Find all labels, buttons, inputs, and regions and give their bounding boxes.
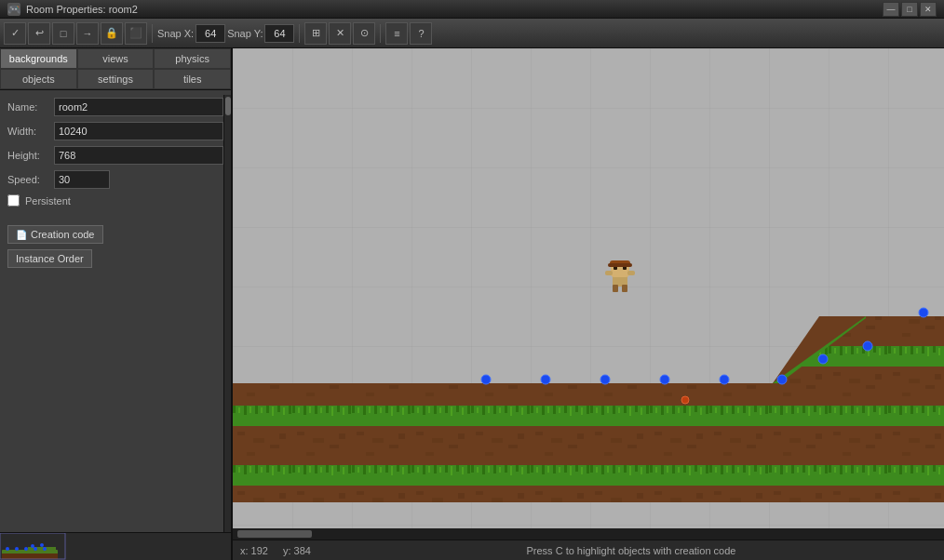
close-button[interactable]: ✕: [920, 2, 937, 17]
toolbar-new-button[interactable]: □: [52, 22, 74, 45]
height-input[interactable]: [54, 146, 223, 165]
svg-point-8: [43, 547, 47, 551]
height-row: Height:: [7, 146, 223, 165]
tab-views[interactable]: views: [77, 48, 155, 69]
width-label: Width:: [7, 126, 54, 137]
height-label: Height:: [7, 150, 54, 161]
snap-x-input[interactable]: [196, 24, 225, 43]
width-input[interactable]: [54, 122, 223, 140]
name-label: Name:: [7, 101, 54, 113]
svg-point-5: [15, 547, 19, 551]
canvas-area[interactable]: x: 192 y: 384 Press C to highlight objec…: [233, 48, 944, 560]
left-panel: backgrounds views physics objects settin…: [0, 48, 233, 560]
code-icon: 📄: [16, 230, 27, 240]
snap-x-group: Snap X:: [157, 24, 225, 43]
statusbar: x: 192 y: 384 Press C to highlight objec…: [233, 540, 944, 560]
speed-input[interactable]: [54, 170, 110, 189]
toolbar-list-button[interactable]: ≡: [385, 22, 408, 45]
minimize-button[interactable]: —: [883, 2, 899, 17]
svg-point-9: [31, 544, 34, 548]
maximize-button[interactable]: □: [901, 2, 918, 17]
game-canvas-svg: [233, 48, 944, 560]
hint-text: Press C to highlight objects with creati…: [326, 545, 937, 556]
creation-code-button[interactable]: 📄 Creation code: [7, 225, 103, 244]
minimap-panel: [0, 532, 231, 560]
instance-order-button[interactable]: Instance Order: [7, 249, 92, 268]
properties-panel: Name: Width: Height: Speed: Persistent: [0, 90, 231, 532]
svg-point-4: [6, 547, 9, 551]
toolbar-fill-button[interactable]: ⬛: [125, 22, 147, 45]
toolbar-undo-button[interactable]: ↩: [28, 22, 50, 45]
toolbar-snap-button[interactable]: ✕: [329, 22, 351, 45]
svg-rect-45: [622, 285, 627, 292]
svg-point-61: [681, 396, 689, 404]
tab-physics[interactable]: physics: [154, 48, 231, 69]
svg-point-53: [777, 375, 787, 384]
toolbar: ✓ ↩ □ → 🔒 ⬛ Snap X: Snap Y: ⊞ ✕ ⊙ ≡ ?: [0, 19, 944, 48]
toolbar-lock-button[interactable]: 🔒: [101, 22, 123, 45]
svg-point-7: [34, 547, 37, 551]
minimap-svg: [0, 533, 231, 560]
svg-point-55: [863, 341, 872, 351]
svg-point-48: [481, 375, 491, 384]
svg-point-6: [24, 547, 28, 551]
persistent-checkbox[interactable]: [7, 194, 20, 207]
svg-point-52: [720, 375, 729, 384]
toolbar-separator-2: [299, 24, 300, 43]
titlebar-title: Room Properties: room2: [26, 4, 883, 15]
toolbar-separator-1: [152, 24, 153, 43]
svg-rect-47: [627, 271, 635, 275]
toolbar-circle-button[interactable]: ⊙: [353, 22, 375, 45]
left-panel-scrollbar[interactable]: [223, 95, 231, 532]
persistent-row: Persistent: [7, 194, 223, 207]
svg-rect-63: [233, 528, 944, 540]
name-row: Name:: [7, 98, 223, 116]
svg-rect-2: [2, 553, 58, 559]
titlebar-controls: — □ ✕: [883, 2, 937, 17]
tab-tiles[interactable]: tiles: [154, 69, 231, 89]
snap-y-group: Snap Y:: [227, 24, 294, 43]
y-coord: y: 384: [283, 545, 311, 556]
titlebar-icon: 🎮: [7, 3, 20, 16]
svg-rect-64: [237, 530, 312, 538]
svg-rect-46: [605, 271, 613, 275]
svg-rect-43: [608, 263, 632, 267]
svg-point-49: [541, 375, 550, 384]
svg-rect-44: [613, 285, 618, 292]
svg-point-51: [660, 375, 669, 384]
tab-settings[interactable]: settings: [77, 69, 155, 89]
svg-point-54: [818, 354, 828, 364]
titlebar: 🎮 Room Properties: room2 — □ ✕: [0, 0, 944, 19]
svg-point-50: [600, 375, 610, 384]
instance-order-label: Instance Order: [16, 253, 84, 264]
speed-label: Speed:: [7, 174, 54, 185]
name-input[interactable]: [54, 98, 223, 116]
toolbar-forward-button[interactable]: →: [76, 22, 99, 45]
svg-point-10: [40, 543, 44, 547]
scrollbar-thumb: [225, 97, 231, 115]
snap-x-label: Snap X:: [157, 28, 194, 39]
main-layout: backgrounds views physics objects settin…: [0, 48, 944, 560]
toolbar-grid-button[interactable]: ⊞: [304, 22, 327, 45]
svg-rect-32: [233, 383, 866, 502]
toolbar-check-button[interactable]: ✓: [4, 22, 26, 45]
toolbar-help-button[interactable]: ?: [410, 22, 432, 45]
toolbar-separator-3: [380, 24, 381, 43]
tab-objects[interactable]: objects: [0, 69, 77, 89]
snap-y-input[interactable]: [264, 24, 294, 43]
snap-y-label: Snap Y:: [227, 28, 263, 39]
tab-backgrounds[interactable]: backgrounds: [0, 48, 77, 69]
svg-point-56: [919, 308, 928, 317]
x-coord: x: 192: [240, 545, 268, 556]
persistent-label: Persistent: [25, 195, 71, 207]
creation-code-label: Creation code: [31, 229, 95, 240]
speed-row: Speed:: [7, 170, 223, 189]
tabs-container: backgrounds views physics objects settin…: [0, 48, 231, 90]
width-row: Width:: [7, 122, 223, 140]
